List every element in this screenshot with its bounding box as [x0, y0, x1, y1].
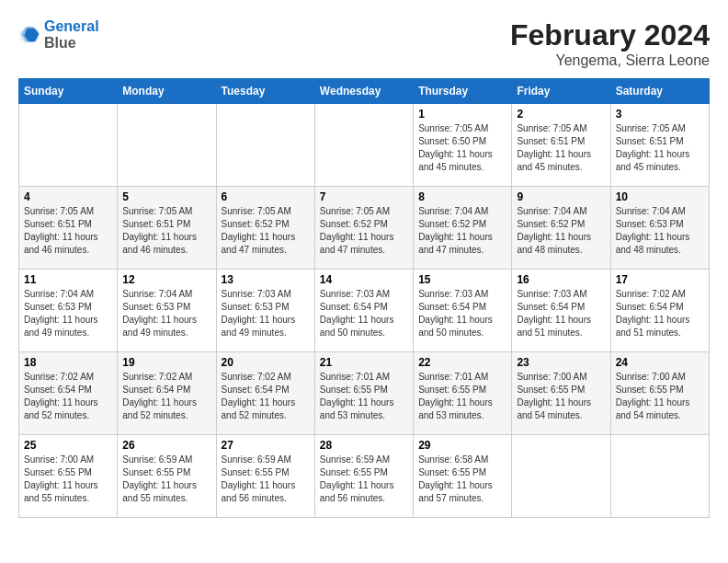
day-of-week-header: Thursday	[414, 79, 512, 104]
day-info: Sunrise: 6:59 AM Sunset: 6:55 PM Dayligh…	[122, 454, 210, 505]
day-number: 28	[320, 439, 408, 452]
day-info: Sunrise: 7:04 AM Sunset: 6:52 PM Dayligh…	[418, 205, 506, 257]
day-of-week-header: Friday	[512, 79, 610, 104]
calendar-cell: 22Sunrise: 7:01 AM Sunset: 6:55 PM Dayli…	[414, 352, 512, 435]
day-number: 6	[222, 190, 310, 203]
calendar-cell: 2Sunrise: 7:05 AM Sunset: 6:51 PM Daylig…	[512, 104, 610, 187]
calendar-cell	[19, 104, 118, 187]
day-info: Sunrise: 7:05 AM Sunset: 6:50 PM Dayligh…	[418, 122, 506, 174]
day-of-week-header: Monday	[118, 79, 216, 104]
day-number: 26	[122, 439, 210, 452]
day-info: Sunrise: 7:00 AM Sunset: 6:55 PM Dayligh…	[517, 371, 605, 422]
calendar-cell	[314, 104, 413, 187]
day-number: 17	[616, 273, 704, 286]
day-info: Sunrise: 7:02 AM Sunset: 6:54 PM Dayligh…	[24, 371, 112, 422]
day-info: Sunrise: 7:04 AM Sunset: 6:53 PM Dayligh…	[24, 288, 112, 339]
day-number: 11	[24, 273, 112, 286]
day-info: Sunrise: 7:02 AM Sunset: 6:54 PM Dayligh…	[122, 371, 210, 422]
day-info: Sunrise: 7:03 AM Sunset: 6:54 PM Dayligh…	[517, 288, 605, 339]
day-number: 29	[418, 439, 506, 452]
day-info: Sunrise: 7:04 AM Sunset: 6:53 PM Dayligh…	[616, 205, 704, 257]
day-info: Sunrise: 7:05 AM Sunset: 6:51 PM Dayligh…	[122, 205, 210, 257]
day-number: 14	[320, 273, 408, 286]
calendar-cell: 1Sunrise: 7:05 AM Sunset: 6:50 PM Daylig…	[414, 104, 512, 187]
calendar-cell	[610, 435, 709, 518]
title-block: February 2024 Yengema, Sierra Leone	[510, 18, 710, 69]
day-info: Sunrise: 7:05 AM Sunset: 6:51 PM Dayligh…	[616, 122, 704, 174]
calendar-cell: 14Sunrise: 7:03 AM Sunset: 6:54 PM Dayli…	[314, 270, 413, 352]
day-number: 20	[222, 356, 310, 369]
calendar-week-row: 4Sunrise: 7:05 AM Sunset: 6:51 PM Daylig…	[19, 187, 710, 270]
day-info: Sunrise: 7:05 AM Sunset: 6:52 PM Dayligh…	[222, 205, 310, 257]
calendar-header-row: SundayMondayTuesdayWednesdayThursdayFrid…	[19, 79, 710, 104]
calendar-cell: 13Sunrise: 7:03 AM Sunset: 6:53 PM Dayli…	[216, 270, 314, 352]
day-number: 12	[122, 273, 210, 286]
calendar-cell: 20Sunrise: 7:02 AM Sunset: 6:54 PM Dayli…	[216, 352, 314, 435]
day-info: Sunrise: 7:03 AM Sunset: 6:54 PM Dayligh…	[320, 288, 408, 339]
day-number: 16	[517, 273, 605, 286]
calendar-cell: 23Sunrise: 7:00 AM Sunset: 6:55 PM Dayli…	[512, 352, 610, 435]
day-info: Sunrise: 7:04 AM Sunset: 6:52 PM Dayligh…	[517, 205, 605, 257]
calendar-cell: 6Sunrise: 7:05 AM Sunset: 6:52 PM Daylig…	[216, 187, 314, 270]
calendar-cell: 24Sunrise: 7:00 AM Sunset: 6:55 PM Dayli…	[610, 352, 709, 435]
day-info: Sunrise: 7:00 AM Sunset: 6:55 PM Dayligh…	[616, 371, 704, 422]
calendar-cell: 8Sunrise: 7:04 AM Sunset: 6:52 PM Daylig…	[414, 187, 512, 270]
day-of-week-header: Tuesday	[216, 79, 314, 104]
calendar-cell: 5Sunrise: 7:05 AM Sunset: 6:51 PM Daylig…	[118, 187, 216, 270]
day-info: Sunrise: 7:05 AM Sunset: 6:51 PM Dayligh…	[517, 122, 605, 174]
logo: General Blue	[18, 18, 99, 52]
calendar-cell	[512, 435, 610, 518]
day-number: 23	[517, 356, 605, 369]
calendar-cell: 18Sunrise: 7:02 AM Sunset: 6:54 PM Dayli…	[19, 352, 118, 435]
calendar-cell: 28Sunrise: 6:59 AM Sunset: 6:55 PM Dayli…	[314, 435, 413, 518]
calendar-cell: 26Sunrise: 6:59 AM Sunset: 6:55 PM Dayli…	[118, 435, 216, 518]
day-number: 13	[222, 273, 310, 286]
calendar-week-row: 11Sunrise: 7:04 AM Sunset: 6:53 PM Dayli…	[19, 270, 710, 352]
day-info: Sunrise: 6:58 AM Sunset: 6:55 PM Dayligh…	[418, 454, 506, 505]
calendar-cell: 21Sunrise: 7:01 AM Sunset: 6:55 PM Dayli…	[314, 352, 413, 435]
calendar-cell: 11Sunrise: 7:04 AM Sunset: 6:53 PM Dayli…	[19, 270, 118, 352]
calendar-table: SundayMondayTuesdayWednesdayThursdayFrid…	[18, 78, 710, 518]
calendar-cell: 9Sunrise: 7:04 AM Sunset: 6:52 PM Daylig…	[512, 187, 610, 270]
day-number: 2	[517, 108, 605, 121]
day-number: 4	[24, 190, 112, 203]
day-info: Sunrise: 7:05 AM Sunset: 6:51 PM Dayligh…	[24, 205, 112, 257]
day-number: 27	[222, 439, 310, 452]
day-info: Sunrise: 7:02 AM Sunset: 6:54 PM Dayligh…	[222, 371, 310, 422]
calendar-cell: 16Sunrise: 7:03 AM Sunset: 6:54 PM Dayli…	[512, 270, 610, 352]
calendar-subtitle: Yengema, Sierra Leone	[510, 52, 710, 69]
day-number: 9	[517, 190, 605, 203]
day-info: Sunrise: 7:03 AM Sunset: 6:54 PM Dayligh…	[418, 288, 506, 339]
calendar-cell: 10Sunrise: 7:04 AM Sunset: 6:53 PM Dayli…	[610, 187, 709, 270]
day-number: 18	[24, 356, 112, 369]
logo-text: General Blue	[44, 18, 99, 52]
calendar-cell: 3Sunrise: 7:05 AM Sunset: 6:51 PM Daylig…	[610, 104, 709, 187]
day-info: Sunrise: 7:03 AM Sunset: 6:53 PM Dayligh…	[222, 288, 310, 339]
day-info: Sunrise: 7:01 AM Sunset: 6:55 PM Dayligh…	[320, 371, 408, 422]
day-number: 24	[616, 356, 704, 369]
day-number: 25	[24, 439, 112, 452]
calendar-cell: 7Sunrise: 7:05 AM Sunset: 6:52 PM Daylig…	[314, 187, 413, 270]
calendar-cell	[118, 104, 216, 187]
day-number: 19	[122, 356, 210, 369]
day-number: 22	[418, 356, 506, 369]
day-number: 8	[418, 190, 506, 203]
day-info: Sunrise: 7:04 AM Sunset: 6:53 PM Dayligh…	[122, 288, 210, 339]
day-of-week-header: Wednesday	[314, 79, 413, 104]
calendar-cell: 19Sunrise: 7:02 AM Sunset: 6:54 PM Dayli…	[118, 352, 216, 435]
day-info: Sunrise: 7:01 AM Sunset: 6:55 PM Dayligh…	[418, 371, 506, 422]
day-of-week-header: Sunday	[19, 79, 118, 104]
calendar-cell: 4Sunrise: 7:05 AM Sunset: 6:51 PM Daylig…	[19, 187, 118, 270]
page-header: General Blue February 2024 Yengema, Sier…	[18, 18, 710, 69]
calendar-cell: 27Sunrise: 6:59 AM Sunset: 6:55 PM Dayli…	[216, 435, 314, 518]
calendar-week-row: 18Sunrise: 7:02 AM Sunset: 6:54 PM Dayli…	[19, 352, 710, 435]
day-info: Sunrise: 6:59 AM Sunset: 6:55 PM Dayligh…	[222, 454, 310, 505]
day-info: Sunrise: 6:59 AM Sunset: 6:55 PM Dayligh…	[320, 454, 408, 505]
day-number: 3	[616, 108, 704, 121]
calendar-week-row: 1Sunrise: 7:05 AM Sunset: 6:50 PM Daylig…	[19, 104, 710, 187]
day-info: Sunrise: 7:00 AM Sunset: 6:55 PM Dayligh…	[24, 454, 112, 505]
day-number: 1	[418, 108, 506, 121]
calendar-cell: 17Sunrise: 7:02 AM Sunset: 6:54 PM Dayli…	[610, 270, 709, 352]
day-number: 15	[418, 273, 506, 286]
day-number: 7	[320, 190, 408, 203]
